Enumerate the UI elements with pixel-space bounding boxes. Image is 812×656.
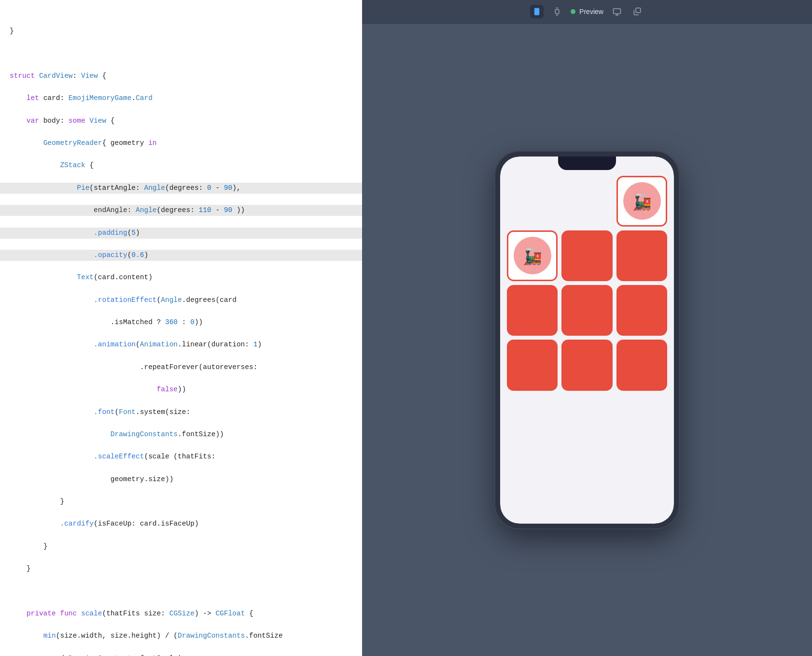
card-red-7[interactable] [561,340,612,390]
card-red-5[interactable] [616,285,667,336]
card-emoji-svg-2: 🚂 [516,239,549,272]
featured-card[interactable]: 🚂 [616,176,667,227]
code-line: } [10,498,64,505]
code-line: private func scale(thatFits size: CGSize… [10,610,253,617]
card-circle: 🚂 [623,182,661,220]
code-line: .cardify(isFaceUp: card.isFaceUp) [10,520,199,528]
code-line: } [10,27,14,35]
code-line: var body: some View { [10,117,115,125]
code-line-highlighted: endAngle: Angle(degrees: 110 - 90 )) [0,205,362,216]
code-line: false)) [10,385,186,393]
code-line: Text(card.content) [10,273,153,281]
card-red-8[interactable] [616,340,667,390]
phone-screen: 🚂 🚂 [500,157,674,524]
card-red-6[interactable] [507,340,558,390]
preview-panel: Preview [362,0,812,656]
code-line: .rotationEffect(Angle.degrees(card [10,296,237,304]
code-lines: } struct CardView: View { let card: Emoj… [0,10,362,656]
card-grid-row4 [505,340,669,390]
preview-text: Preview [579,8,603,15]
code-line-highlighted: .opacity(0.6) [0,250,362,261]
phone-wrapper: 🚂 🚂 [481,24,693,656]
card-emoji-svg: 🚂 [625,184,659,218]
card-red-4[interactable] [561,285,612,336]
card-grid-row2: 🚂 [505,230,669,281]
code-line: ZStack { [10,161,94,169]
status-dot [571,9,575,14]
code-line: GeometryReader{ geometry in [10,139,157,147]
code-line: .font(Font.system(size: [10,408,190,416]
code-line: geometry.size)) [10,475,173,483]
device-watch-button[interactable] [550,5,564,18]
preview-label: Preview [571,8,603,15]
code-line-highlighted: .padding(5) [0,228,362,239]
card-red-3[interactable] [507,285,558,336]
svg-rect-7 [636,8,641,13]
device-phone-button[interactable] [530,5,544,18]
code-line: .repeatForever(autoreverses: [10,363,257,371]
card-grid-row3 [505,285,669,336]
preview-toolbar: Preview [362,0,812,24]
code-editor: } struct CardView: View { let card: Emoj… [0,0,362,656]
card-red-1[interactable] [561,230,612,281]
code-line: .isMatched ? 360 : 0)) [10,318,203,326]
phone-notch [558,157,616,170]
svg-rect-4 [613,9,620,14]
code-line: .animation(Animation.linear(duration: 1) [10,341,262,348]
code-line-highlighted: Pie(startAngle: Angle(degrees: 0 - 90), [0,183,362,194]
code-line: } [10,542,47,550]
code-line: struct CardView: View { [10,72,106,80]
card-red-2[interactable] [616,230,667,281]
monitor-button[interactable] [610,5,624,18]
code-line: let card: EmojiMemoryGame.Card [10,94,153,102]
top-card-row: 🚂 [505,176,669,227]
svg-text:🚂: 🚂 [632,193,652,212]
svg-text:🚂: 🚂 [523,247,542,267]
card-face-up[interactable]: 🚂 [507,230,558,281]
code-line: DrawingConstants.fontSize)) [10,430,224,438]
svg-rect-1 [555,10,559,14]
code-line: .scaleEffect(scale (thatFits: [10,453,215,460]
code-line: min(size.width, size.height) / (DrawingC… [10,632,283,640]
duplicate-button[interactable] [630,5,644,18]
phone-mockup: 🚂 🚂 [495,152,679,528]
card-circle-2: 🚂 [514,237,551,274]
svg-rect-0 [534,8,540,15]
code-line: } [10,565,31,572]
